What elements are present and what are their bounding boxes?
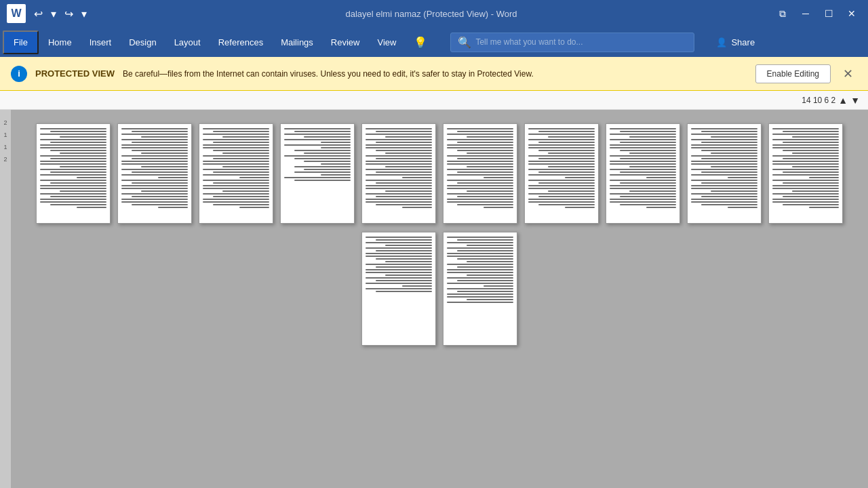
text-line xyxy=(610,139,676,140)
text-line xyxy=(701,182,757,184)
text-line xyxy=(528,199,595,200)
text-line xyxy=(132,171,188,173)
text-line xyxy=(376,150,432,151)
ruler-mark-2: 1 xyxy=(3,131,7,138)
menu-references[interactable]: References xyxy=(210,33,271,52)
text-line xyxy=(528,134,595,135)
text-line xyxy=(772,193,839,195)
text-line xyxy=(447,180,513,181)
text-line xyxy=(222,152,269,154)
text-line xyxy=(132,196,188,197)
text-line xyxy=(385,245,432,246)
chevron-up-icon[interactable]: ▲ xyxy=(838,95,848,106)
undo-dropdown[interactable]: ▾ xyxy=(48,6,59,22)
text-line xyxy=(121,139,188,140)
text-line xyxy=(565,207,595,208)
text-line xyxy=(366,288,432,289)
text-line xyxy=(538,158,595,159)
text-line xyxy=(121,201,188,203)
text-line xyxy=(366,155,432,157)
undo-button[interactable]: ↩ xyxy=(31,6,45,22)
menu-layout[interactable]: Layout xyxy=(166,33,209,52)
search-input[interactable] xyxy=(475,37,687,47)
text-line xyxy=(646,177,676,178)
text-line xyxy=(366,237,432,238)
text-line xyxy=(772,147,839,148)
text-line xyxy=(50,204,106,205)
text-line xyxy=(528,128,595,129)
page-thumb-10 xyxy=(768,123,843,224)
text-line xyxy=(366,147,432,148)
text-line xyxy=(772,161,839,162)
text-line xyxy=(538,150,595,151)
text-line xyxy=(467,274,513,276)
text-line xyxy=(610,169,676,170)
customize-button[interactable]: ▾ xyxy=(79,6,90,22)
menu-file[interactable]: File xyxy=(3,30,39,54)
text-line xyxy=(203,147,269,148)
page-content xyxy=(443,232,517,307)
text-line xyxy=(528,139,595,140)
text-line xyxy=(121,185,188,186)
text-line xyxy=(783,204,839,205)
text-line xyxy=(366,256,432,257)
text-line xyxy=(447,199,513,200)
menu-view[interactable]: View xyxy=(369,33,404,52)
menu-mailings[interactable]: Mailings xyxy=(273,33,321,52)
text-line xyxy=(121,163,188,165)
text-line xyxy=(691,193,757,195)
text-line xyxy=(772,174,839,176)
text-line xyxy=(447,242,513,243)
share-button[interactable]: 👤 Share xyxy=(709,35,762,50)
text-line xyxy=(610,144,676,146)
page-thumb-8 xyxy=(606,123,680,224)
text-line xyxy=(40,134,106,135)
close-button[interactable]: ✕ xyxy=(842,4,861,23)
redo-button[interactable]: ↪ xyxy=(62,6,76,22)
search-box[interactable]: 🔍 xyxy=(450,33,694,52)
text-line xyxy=(528,188,595,189)
text-line xyxy=(629,136,676,138)
text-line xyxy=(620,204,676,205)
page-thumb-4 xyxy=(280,123,355,224)
text-line xyxy=(620,142,676,143)
toolbar-area: 14 10 6 2 ▲ ▼ xyxy=(0,91,868,110)
restore-down-button[interactable]: ⧉ xyxy=(773,4,792,23)
text-line xyxy=(565,177,595,178)
banner-close-button[interactable]: ✕ xyxy=(839,65,857,83)
page-content xyxy=(606,124,679,212)
text-line xyxy=(528,169,595,170)
text-line xyxy=(385,261,432,262)
text-line xyxy=(538,204,595,205)
text-line xyxy=(691,180,757,181)
text-line xyxy=(158,177,188,178)
menu-home[interactable]: Home xyxy=(40,33,80,52)
text-line xyxy=(132,204,188,205)
text-line xyxy=(366,201,432,203)
text-line xyxy=(366,163,432,165)
text-line xyxy=(376,131,432,132)
maximize-button[interactable]: ☐ xyxy=(819,4,838,23)
menu-insert[interactable]: Insert xyxy=(81,33,120,52)
text-line xyxy=(528,193,595,195)
chevron-down-icon[interactable]: ▼ xyxy=(850,95,860,106)
text-line xyxy=(610,147,676,148)
text-line xyxy=(457,258,513,260)
minimize-button[interactable]: ─ xyxy=(796,4,815,23)
text-line xyxy=(701,171,757,173)
text-line xyxy=(772,163,839,165)
page-content xyxy=(688,124,761,212)
text-line xyxy=(121,155,188,157)
help-icon[interactable]: 💡 xyxy=(406,32,435,53)
menu-review[interactable]: Review xyxy=(323,33,368,52)
text-line xyxy=(132,150,188,151)
text-line xyxy=(772,185,839,186)
text-line xyxy=(457,158,513,159)
text-line xyxy=(141,152,188,154)
text-line xyxy=(447,128,513,129)
enable-editing-button[interactable]: Enable Editing xyxy=(755,64,831,83)
menu-design[interactable]: Design xyxy=(121,33,164,52)
text-line xyxy=(40,155,106,157)
text-line xyxy=(772,134,839,135)
text-line xyxy=(366,185,432,186)
